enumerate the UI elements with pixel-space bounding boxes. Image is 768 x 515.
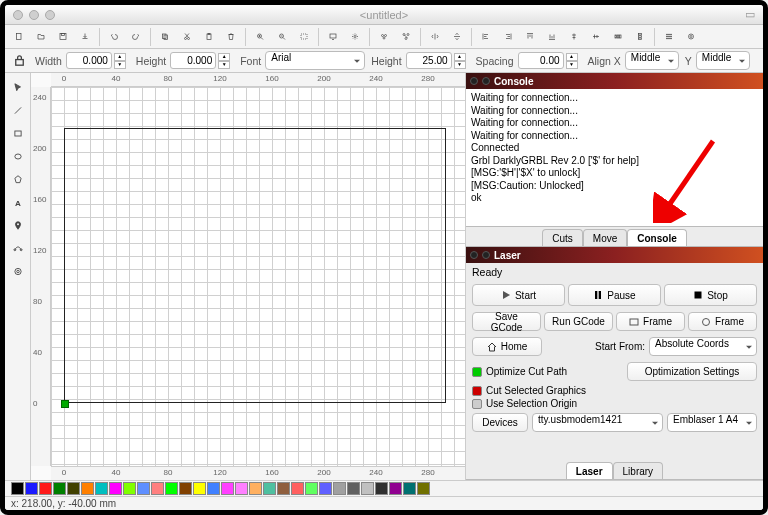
aligny-select[interactable]: Middle	[696, 51, 750, 70]
color-swatch[interactable]	[221, 482, 234, 495]
copy-button[interactable]	[155, 27, 175, 47]
close-window-icon[interactable]	[13, 10, 23, 20]
color-swatch[interactable]	[291, 482, 304, 495]
align-center-v-button[interactable]	[586, 27, 606, 47]
stop-button[interactable]: Stop	[664, 284, 757, 306]
save-button[interactable]	[53, 27, 73, 47]
color-swatch[interactable]	[95, 482, 108, 495]
group-button[interactable]	[374, 27, 394, 47]
zoom-fit-button[interactable]	[294, 27, 314, 47]
color-swatch[interactable]	[193, 482, 206, 495]
align-left-button[interactable]	[476, 27, 496, 47]
tab-laser[interactable]: Laser	[566, 462, 613, 479]
tab-cuts[interactable]: Cuts	[542, 229, 583, 246]
width-input[interactable]	[66, 52, 112, 69]
color-swatch[interactable]	[11, 482, 24, 495]
machine-select[interactable]: Emblaser 1 A4	[667, 413, 757, 432]
canvas-area[interactable]: 04080120160200240280 24020016012080400 0…	[31, 73, 465, 480]
font-select[interactable]: Arial	[265, 51, 365, 70]
frame-rect-button[interactable]: Frame	[616, 312, 685, 331]
color-swatch[interactable]	[39, 482, 52, 495]
text-height-stepper[interactable]: ▲▼	[454, 53, 466, 69]
color-swatch[interactable]	[165, 482, 178, 495]
optimize-checkbox[interactable]	[472, 367, 482, 377]
settings-gear-button[interactable]	[681, 27, 701, 47]
pause-button[interactable]: Pause	[568, 284, 661, 306]
align-right-button[interactable]	[498, 27, 518, 47]
start-button[interactable]: Start	[472, 284, 565, 306]
text-tool[interactable]: A	[7, 192, 29, 212]
ungroup-button[interactable]	[396, 27, 416, 47]
color-swatch[interactable]	[123, 482, 136, 495]
color-swatch[interactable]	[263, 482, 276, 495]
minimize-window-icon[interactable]	[29, 10, 39, 20]
preview-button[interactable]	[323, 27, 343, 47]
zoom-out-button[interactable]	[272, 27, 292, 47]
color-swatch[interactable]	[305, 482, 318, 495]
canvas[interactable]	[51, 87, 465, 466]
width-stepper[interactable]: ▲▼	[114, 53, 126, 69]
panel-float-icon[interactable]	[482, 77, 490, 85]
color-swatch[interactable]	[207, 482, 220, 495]
color-swatch[interactable]	[179, 482, 192, 495]
flip-v-button[interactable]	[447, 27, 467, 47]
settings-button[interactable]	[345, 27, 365, 47]
devices-button[interactable]: Devices	[472, 413, 528, 432]
optimization-settings-button[interactable]: Optimization Settings	[627, 362, 757, 381]
color-swatch[interactable]	[347, 482, 360, 495]
color-swatch[interactable]	[53, 482, 66, 495]
redo-button[interactable]	[126, 27, 146, 47]
spacing-stepper[interactable]: ▲▼	[566, 53, 578, 69]
color-swatch[interactable]	[151, 482, 164, 495]
color-swatch[interactable]	[249, 482, 262, 495]
color-swatch[interactable]	[25, 482, 38, 495]
color-swatch[interactable]	[375, 482, 388, 495]
home-button[interactable]: Home	[472, 337, 542, 356]
color-swatch[interactable]	[403, 482, 416, 495]
color-swatch[interactable]	[361, 482, 374, 495]
color-swatch[interactable]	[81, 482, 94, 495]
marker-tool[interactable]	[7, 215, 29, 235]
select-tool[interactable]	[7, 77, 29, 97]
offset-tool[interactable]	[7, 261, 29, 281]
color-swatch[interactable]	[319, 482, 332, 495]
color-swatch[interactable]	[333, 482, 346, 495]
distribute-h-button[interactable]	[608, 27, 628, 47]
color-swatch[interactable]	[277, 482, 290, 495]
run-gcode-button[interactable]: Run GCode	[544, 312, 613, 331]
height-stepper[interactable]: ▲▼	[218, 53, 230, 69]
ellipse-tool[interactable]	[7, 146, 29, 166]
align-top-button[interactable]	[520, 27, 540, 47]
polygon-tool[interactable]	[7, 169, 29, 189]
panel-close-icon[interactable]	[470, 77, 478, 85]
panel-float-icon[interactable]	[482, 251, 490, 259]
flip-h-button[interactable]	[425, 27, 445, 47]
tab-move[interactable]: Move	[583, 229, 627, 246]
grid-toggle-button[interactable]	[659, 27, 679, 47]
color-swatch[interactable]	[137, 482, 150, 495]
height-input[interactable]	[170, 52, 216, 69]
lock-icon[interactable]	[9, 51, 29, 71]
paste-button[interactable]	[199, 27, 219, 47]
zoom-window-icon[interactable]	[45, 10, 55, 20]
port-select[interactable]: tty.usbmodem1421	[532, 413, 663, 432]
color-swatch[interactable]	[67, 482, 80, 495]
edit-nodes-tool[interactable]	[7, 238, 29, 258]
start-from-select[interactable]: Absolute Coords	[649, 337, 757, 356]
frame-circle-button[interactable]: Frame	[688, 312, 757, 331]
text-height-input[interactable]	[406, 52, 452, 69]
align-center-h-button[interactable]	[564, 27, 584, 47]
tab-console[interactable]: Console	[627, 229, 686, 246]
rect-tool[interactable]	[7, 123, 29, 143]
cut-selected-checkbox[interactable]	[472, 386, 482, 396]
tab-library[interactable]: Library	[613, 462, 664, 479]
cut-button[interactable]	[177, 27, 197, 47]
color-swatch[interactable]	[389, 482, 402, 495]
new-file-button[interactable]	[9, 27, 29, 47]
import-button[interactable]	[75, 27, 95, 47]
zoom-in-button[interactable]	[250, 27, 270, 47]
color-swatch[interactable]	[109, 482, 122, 495]
color-swatch[interactable]	[235, 482, 248, 495]
save-gcode-button[interactable]: Save GCode	[472, 312, 541, 331]
align-bottom-button[interactable]	[542, 27, 562, 47]
